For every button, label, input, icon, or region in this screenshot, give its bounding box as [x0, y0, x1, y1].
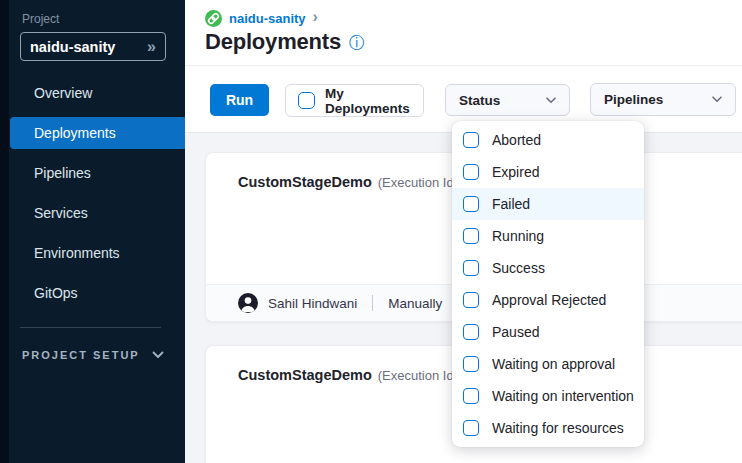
status-option-label: Success [492, 260, 545, 276]
status-option-label: Waiting on intervention [492, 388, 634, 404]
pipelines-filter-label: Pipelines [604, 92, 663, 107]
status-option-running[interactable]: Running [452, 220, 644, 252]
project-name: naidu-sanity [30, 39, 115, 55]
project-selector[interactable]: naidu-sanity » [20, 32, 166, 61]
harness-cd-icon [205, 10, 222, 27]
status-option-label: Approval Rejected [492, 292, 606, 308]
status-filter-dropdown[interactable]: Status [445, 84, 570, 116]
checkbox[interactable] [463, 196, 479, 212]
my-deployments-label: My Deployments [325, 86, 411, 116]
trigger-type: Manually [388, 296, 442, 311]
status-option-waiting-for-resources[interactable]: Waiting for resources [452, 412, 644, 444]
page-header: naidu-sanity › Deployments ⓘ [185, 0, 742, 66]
nav-rail [0, 0, 9, 463]
status-filter-label: Status [459, 93, 500, 108]
checkbox[interactable] [463, 356, 479, 372]
status-option-failed[interactable]: Failed [452, 188, 644, 220]
sidebar-divider [20, 327, 161, 328]
sidebar-item-pipelines[interactable]: Pipelines [10, 157, 185, 189]
project-label: Project [22, 12, 59, 26]
status-option-paused[interactable]: Paused [452, 316, 644, 348]
info-icon[interactable]: ⓘ [349, 30, 365, 54]
page-title-row: Deployments ⓘ [205, 29, 365, 55]
checkbox[interactable] [463, 324, 479, 340]
checkbox[interactable] [463, 388, 479, 404]
checkbox[interactable] [463, 132, 479, 148]
project-setup-label: PROJECT SETUP [22, 349, 140, 361]
app-window: Project naidu-sanity » Overview Deployme… [0, 0, 742, 463]
project-sidebar: Project naidu-sanity » Overview Deployme… [0, 0, 185, 463]
project-setup-toggle[interactable]: PROJECT SETUP [22, 349, 164, 361]
status-option-label: Expired [492, 164, 539, 180]
status-option-label: Running [492, 228, 544, 244]
status-option-approval-rejected[interactable]: Approval Rejected [452, 284, 644, 316]
checkbox[interactable] [463, 228, 479, 244]
status-option-success[interactable]: Success [452, 252, 644, 284]
checkbox[interactable] [463, 260, 479, 276]
sidebar-item-deployments[interactable]: Deployments [10, 117, 185, 149]
pipeline-name[interactable]: CustomStageDemo [238, 174, 372, 190]
chevron-down-icon [546, 97, 556, 104]
status-option-expired[interactable]: Expired [452, 156, 644, 188]
divider [372, 295, 373, 311]
breadcrumb[interactable]: naidu-sanity › [205, 9, 318, 27]
status-option-waiting-on-approval[interactable]: Waiting on approval [452, 348, 644, 380]
execution-id-note: (Execution Id [378, 368, 454, 383]
checkbox[interactable] [463, 420, 479, 436]
checkbox[interactable] [463, 164, 479, 180]
checkbox[interactable] [463, 292, 479, 308]
my-deployments-checkbox[interactable] [298, 92, 315, 109]
status-option-waiting-on-intervention[interactable]: Waiting on intervention [452, 380, 644, 412]
sidebar-item-gitops[interactable]: GitOps [10, 277, 185, 309]
my-deployments-toggle[interactable]: My Deployments [285, 84, 424, 117]
status-option-label: Aborted [492, 132, 541, 148]
status-option-aborted[interactable]: Aborted [452, 124, 644, 156]
pipelines-filter-dropdown[interactable]: Pipelines [590, 83, 736, 116]
sidebar-item-services[interactable]: Services [10, 197, 185, 229]
chevron-down-icon [712, 96, 722, 103]
sidebar-item-overview[interactable]: Overview [10, 77, 185, 109]
run-button[interactable]: Run [210, 84, 269, 116]
breadcrumb-project-link[interactable]: naidu-sanity [229, 11, 306, 26]
user-avatar-icon [238, 293, 258, 313]
double-chevron-icon[interactable]: » [147, 39, 156, 55]
page-title: Deployments [205, 29, 341, 55]
chevron-down-icon [152, 351, 164, 359]
chevron-right-icon: › [313, 9, 318, 27]
sidebar-item-environments[interactable]: Environments [10, 237, 185, 269]
status-filter-menu: Aborted Expired Failed Running Success A… [452, 121, 644, 447]
execution-id-note: (Execution Id [378, 175, 454, 190]
pipeline-name[interactable]: CustomStageDemo [238, 367, 372, 383]
status-option-label: Waiting for resources [492, 420, 624, 436]
status-option-label: Paused [492, 324, 539, 340]
triggered-by-user: Sahil Hindwani [268, 296, 357, 311]
status-option-label: Waiting on approval [492, 356, 615, 372]
status-option-label: Failed [492, 196, 530, 212]
